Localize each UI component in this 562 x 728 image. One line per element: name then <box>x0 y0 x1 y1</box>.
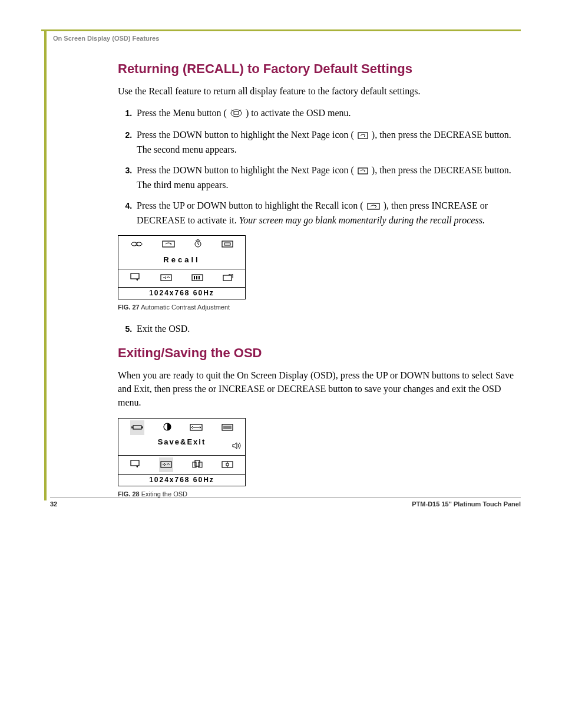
osd2-status: 1024x768 60Hz <box>118 474 245 486</box>
step-2: Press the DOWN button to highlight the N… <box>134 128 515 156</box>
osd-figure-exit: Save&Exit 1024x768 60Hz <box>118 418 246 487</box>
next-small-icon <box>160 271 172 285</box>
section2-intro: When you are ready to quit the On Screen… <box>118 368 515 410</box>
page-number: 32 <box>50 500 57 508</box>
display-icon <box>222 238 233 251</box>
section1-steps: Press the Menu button ( ) to activate th… <box>118 106 515 227</box>
svg-rect-16 <box>199 276 200 279</box>
svg-rect-15 <box>196 276 197 279</box>
link-icon <box>130 238 143 251</box>
page-icon <box>223 271 233 285</box>
svg-rect-2 <box>358 133 368 139</box>
hsize-icon <box>190 421 203 434</box>
svg-rect-10 <box>224 243 230 245</box>
side-rule <box>44 29 47 500</box>
speech-icon <box>130 458 141 472</box>
step-3: Press the DOWN button to highlight the N… <box>134 163 515 192</box>
bars-icon <box>191 271 203 285</box>
svg-rect-18 <box>133 426 141 429</box>
svg-rect-26 <box>161 462 171 467</box>
svg-rect-25 <box>131 460 139 466</box>
speaker-icon <box>232 442 242 453</box>
svg-rect-14 <box>194 276 195 279</box>
next-page-icon <box>358 129 368 143</box>
next-small-icon <box>159 457 173 472</box>
svg-rect-4 <box>368 203 379 209</box>
osd-figure-recall: Recall 1024x768 60Hz <box>118 235 246 299</box>
step-1: Press the Menu button ( ) to activate th… <box>134 106 515 121</box>
lines-icon <box>222 421 233 434</box>
svg-rect-11 <box>131 274 139 279</box>
menu-button-icon <box>230 107 242 121</box>
footer: 32 PTM-D15 15" Platinum Touch Panel <box>50 498 521 508</box>
step-5: Exit the OSD. <box>134 322 515 335</box>
contrast-icon <box>163 421 171 434</box>
osd2-title-row: Save&Exit <box>118 437 245 456</box>
svg-rect-3 <box>358 168 368 174</box>
osd-title: Recall <box>118 253 245 270</box>
clock-icon <box>193 238 203 251</box>
osd2-row-bottom <box>118 456 245 474</box>
svg-rect-7 <box>163 241 174 247</box>
doc-title: PTM-D15 15" Platinum Touch Panel <box>412 500 521 508</box>
recall-icon <box>162 238 175 251</box>
section1-intro: Use the Recall feature to return all dis… <box>118 84 515 98</box>
top-rule <box>41 29 521 31</box>
osd2-row-top <box>118 419 245 437</box>
svg-rect-28 <box>193 462 196 467</box>
exit-door-icon <box>191 458 203 472</box>
osd-row-top <box>118 236 245 253</box>
section1-steps-cont: Exit the OSD. <box>118 322 515 335</box>
svg-rect-17 <box>223 275 232 281</box>
osd-row-bottom <box>118 269 245 286</box>
center-icon <box>222 458 233 472</box>
svg-point-0 <box>231 110 242 117</box>
osd-status: 1024x768 60Hz <box>118 287 245 299</box>
next-page-icon <box>358 164 368 178</box>
section1-title: Returning (RECALL) to Factory Default Se… <box>118 60 515 78</box>
step-4: Press the UP or DOWN button to highlight… <box>134 199 515 227</box>
recall-icon <box>367 200 380 213</box>
svg-rect-1 <box>234 111 239 114</box>
fig27-caption: FIG. 27 Automatic Contrast Adjustment <box>118 303 515 312</box>
svg-rect-29 <box>199 462 202 467</box>
svg-rect-31 <box>226 463 229 466</box>
svg-rect-9 <box>222 241 233 247</box>
hpos-icon <box>130 420 144 435</box>
svg-rect-27 <box>195 460 200 466</box>
section2-title: Exiting/Saving the OSD <box>118 344 515 363</box>
running-head: On Screen Display (OSD) Features <box>53 35 521 42</box>
speech-icon <box>130 271 141 285</box>
